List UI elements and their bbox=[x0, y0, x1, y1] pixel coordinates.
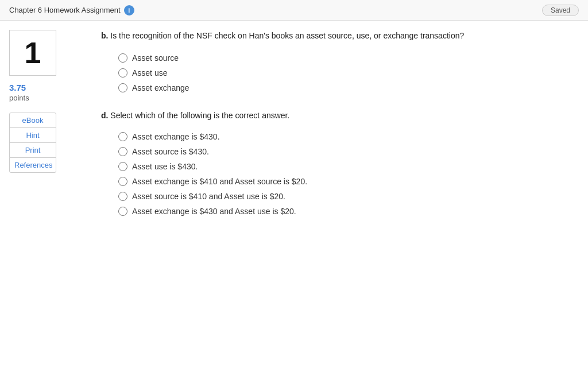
hint-button[interactable]: Hint bbox=[9, 127, 56, 143]
question-number-box: 1 bbox=[9, 30, 56, 76]
radio-d-opt1[interactable] bbox=[118, 132, 127, 141]
question-d-prefix: d. bbox=[101, 111, 108, 120]
radio-d-opt4[interactable] bbox=[118, 177, 127, 186]
radio-b-opt3-label: Asset exchange bbox=[132, 83, 189, 92]
references-button[interactable]: References bbox=[9, 157, 56, 173]
points-label: points bbox=[9, 94, 29, 102]
header-left: Chapter 6 Homework Assignment i bbox=[9, 5, 134, 16]
list-item[interactable]: Asset use bbox=[118, 68, 579, 78]
sidebar-buttons: eBook Hint Print References bbox=[9, 113, 56, 172]
list-item[interactable]: Asset exchange bbox=[118, 83, 579, 92]
question-b-prefix: b. bbox=[101, 31, 108, 40]
question-number: 1 bbox=[25, 38, 41, 68]
radio-d-opt1-label: Asset exchange is $430. bbox=[132, 132, 220, 141]
points-value: 3.75 bbox=[9, 83, 26, 92]
list-item[interactable]: Asset source bbox=[118, 53, 579, 63]
list-item[interactable]: Asset source is $410 and Asset use is $2… bbox=[118, 192, 579, 201]
print-button[interactable]: Print bbox=[9, 142, 56, 158]
radio-d-opt3-label: Asset use is $430. bbox=[132, 162, 198, 171]
info-icon[interactable]: i bbox=[124, 5, 134, 16]
question-d: d. Select which of the following is the … bbox=[101, 110, 579, 216]
radio-b-opt2[interactable] bbox=[118, 68, 127, 78]
main-layout: 1 3.75 points eBook Hint Print Reference… bbox=[0, 21, 588, 242]
radio-b-opt3[interactable] bbox=[118, 83, 127, 92]
list-item[interactable]: Asset use is $430. bbox=[118, 162, 579, 171]
ebook-button[interactable]: eBook bbox=[9, 113, 56, 128]
header-title: Chapter 6 Homework Assignment bbox=[9, 6, 121, 14]
radio-b-opt2-label: Asset use bbox=[132, 68, 167, 78]
radio-d-opt5-label: Asset source is $410 and Asset use is $2… bbox=[132, 192, 285, 201]
question-b-body: Is the recognition of the NSF check on H… bbox=[108, 31, 464, 40]
radio-d-opt4-label: Asset exchange is $410 and Asset source … bbox=[132, 177, 307, 186]
radio-d-opt2-label: Asset source is $430. bbox=[132, 147, 209, 156]
question-b-options: Asset source Asset use Asset exchange bbox=[118, 53, 579, 92]
question-d-text: d. Select which of the following is the … bbox=[101, 110, 579, 122]
question-d-body: Select which of the following is the cor… bbox=[108, 111, 289, 120]
radio-d-opt5[interactable] bbox=[118, 192, 127, 201]
radio-d-opt2[interactable] bbox=[118, 147, 127, 156]
list-item[interactable]: Asset exchange is $430. bbox=[118, 132, 579, 141]
saved-badge: Saved bbox=[542, 5, 579, 16]
radio-d-opt3[interactable] bbox=[118, 162, 127, 171]
sidebar: 1 3.75 points eBook Hint Print Reference… bbox=[9, 30, 84, 233]
content-area: b. Is the recognition of the NSF check o… bbox=[84, 30, 579, 233]
radio-b-opt1-label: Asset source bbox=[132, 53, 179, 63]
radio-b-opt1[interactable] bbox=[118, 53, 127, 63]
question-d-options: Asset exchange is $430. Asset source is … bbox=[118, 132, 579, 216]
header: Chapter 6 Homework Assignment i Saved bbox=[0, 0, 588, 21]
question-b: b. Is the recognition of the NSF check o… bbox=[101, 30, 579, 92]
question-b-text: b. Is the recognition of the NSF check o… bbox=[101, 30, 579, 42]
list-item[interactable]: Asset exchange is $410 and Asset source … bbox=[118, 177, 579, 186]
radio-d-opt6-label: Asset exchange is $430 and Asset use is … bbox=[132, 207, 296, 216]
radio-d-opt6[interactable] bbox=[118, 207, 127, 216]
list-item[interactable]: Asset exchange is $430 and Asset use is … bbox=[118, 207, 579, 216]
list-item[interactable]: Asset source is $430. bbox=[118, 147, 579, 156]
